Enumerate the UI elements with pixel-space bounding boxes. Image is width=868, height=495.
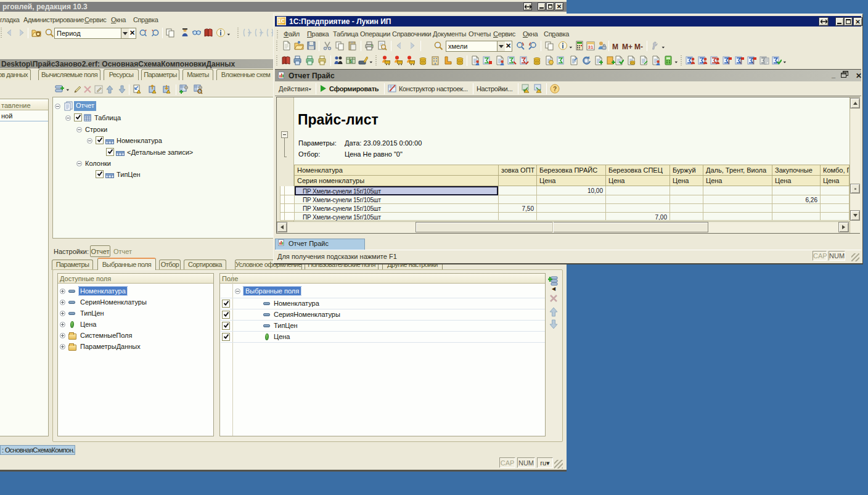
svg-text:$: $ bbox=[350, 59, 352, 64]
svg-text:31: 31 bbox=[588, 44, 594, 50]
svg-text:?: ? bbox=[553, 86, 557, 92]
